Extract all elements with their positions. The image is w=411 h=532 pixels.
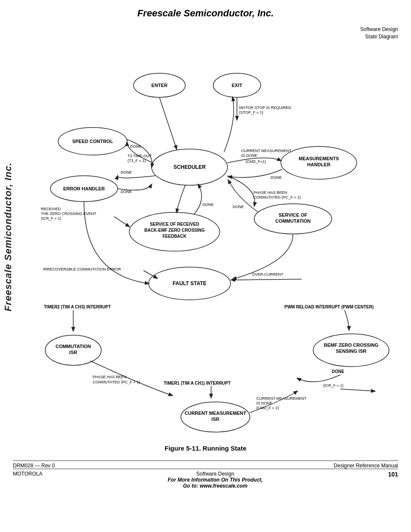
meas-handler-label2: HANDLER bbox=[307, 162, 330, 167]
done-soc-label: DONE bbox=[233, 205, 244, 209]
svc-zero-label2: BACK-EMF ZERO CROSSING bbox=[144, 228, 205, 233]
meas-handler-label: MEASUREMENTS bbox=[299, 156, 339, 161]
footer-bottom-left: MOTOROLA bbox=[13, 471, 42, 477]
svc-comm-label2: COMMUTATION bbox=[275, 218, 311, 224]
svc-zero-label3: FEEDBACK bbox=[162, 234, 187, 239]
done-bemf-label: DONE bbox=[332, 369, 344, 374]
done-mh-label: DONE bbox=[271, 175, 282, 180]
page-title: Freescale Semiconductor, Inc. bbox=[0, 8, 411, 19]
footer-center: Software Design For More Information On … bbox=[168, 471, 263, 489]
svg-line-9 bbox=[159, 97, 177, 149]
done-sch-err: DONE bbox=[121, 170, 132, 174]
sidebar: Freescale Semiconductor, Inc. bbox=[0, 0, 16, 474]
header: Freescale Semiconductor, Inc. bbox=[0, 0, 411, 21]
fault-state-label: FAULT STATE bbox=[173, 280, 207, 286]
curr-meas-done-label: CURRENT MEASUREMENT bbox=[241, 149, 292, 153]
curr-done2-label3: (CMD_F = 1) bbox=[256, 406, 279, 410]
motor-stop-label: MOTOR STOP IS REQUIRED bbox=[239, 106, 292, 110]
phase-comm-label: PHASE HAS BEEN bbox=[253, 190, 287, 195]
curr-meas-isr-label: CURRENT MEASUREMENT bbox=[185, 411, 246, 416]
figure-caption: Figure 5-11. Running State bbox=[0, 445, 411, 456]
footer-bottom: MOTOROLA Software Design For More Inform… bbox=[13, 469, 398, 489]
curr-done2-label: CURRENT MEASUREMENT bbox=[256, 396, 307, 401]
curr-meas-isr-label2: ISR bbox=[212, 417, 219, 422]
footer-center-line3: Go to: www.freescale.com bbox=[168, 483, 263, 489]
phase-comm2-label2: COMMUTATED (PC_F = 1) bbox=[93, 380, 140, 384]
footer-top: DRM028 — Rev 0 Designer Reference Manual bbox=[13, 460, 398, 469]
recv-zero-label2: THE ZERO CROSSING EVENT bbox=[41, 212, 97, 216]
motor-stop-label2: (STOP_F = 1) bbox=[239, 110, 263, 115]
recv-zero-label: RECEIVED bbox=[41, 207, 61, 211]
footer-center-line2: For More Information On This Product, bbox=[168, 477, 263, 483]
error-handler-label: ERROR HANDLER bbox=[63, 186, 105, 191]
done-err-sch: DONE bbox=[121, 190, 132, 194]
comm-isr-label: COMMUTATION bbox=[56, 344, 91, 349]
pwm-reload-label: PWM RELOAD INTERRUPT (PWM CENTER) bbox=[284, 305, 374, 309]
irrecoverable-label: IRRECOVERABLE COMMUTATION ERROR bbox=[43, 267, 121, 271]
footer-center-line1: Software Design bbox=[168, 471, 263, 477]
footer-right: Designer Reference Manual bbox=[334, 463, 398, 469]
diagram-area: ENTER EXIT SCHEDULER SPEED CONTROL ERROR… bbox=[17, 21, 405, 443]
sidebar-text: Freescale Semiconductor, Inc. bbox=[3, 162, 14, 311]
enter-label: ENTER bbox=[151, 83, 167, 88]
bemf-isr-label2: SENSING ISR bbox=[336, 348, 367, 354]
curr-done2-label2: IS DONE bbox=[256, 401, 272, 405]
footer-left: DRM028 — Rev 0 bbox=[13, 463, 55, 469]
bemf-isr-label: BEMF ZERO CROSSING bbox=[324, 342, 379, 348]
timer1-label: TIMER1 (TIM A CH1) INTERRUPT bbox=[164, 381, 230, 386]
svg-line-18 bbox=[340, 389, 375, 391]
curr-meas-done-label2: IS DONE bbox=[241, 153, 257, 158]
comm-isr-label2: ISR bbox=[69, 350, 77, 355]
exit-label: EXIT bbox=[232, 83, 243, 88]
t3-timeout-label: T3 TIME-OUT bbox=[128, 154, 152, 158]
t3-timeout-label2: (T3_F = 1) bbox=[128, 159, 146, 163]
state-diagram: ENTER EXIT SCHEDULER SPEED CONTROL ERROR… bbox=[17, 21, 405, 443]
over-current-label: OVER-CURRENT bbox=[252, 272, 283, 277]
page: Freescale Semiconductor, Inc. Freescale … bbox=[0, 0, 411, 532]
phase-comm-label2: COMMUTATED (PC_F = 1) bbox=[253, 195, 301, 199]
figure-caption-text: Figure 5-11. Running State bbox=[165, 445, 246, 452]
footer-bottom-right: 101 bbox=[388, 471, 398, 478]
svg-line-13 bbox=[231, 279, 302, 280]
done-sr-label: DONE bbox=[202, 202, 214, 207]
svc-zero-label1: SERVICE OF RECEIVED bbox=[150, 222, 199, 227]
svg-line-11 bbox=[114, 217, 129, 227]
svc-comm-label: SERVICE OF bbox=[279, 212, 308, 218]
icr-f1-label: (ICR_F = 1) bbox=[323, 383, 343, 388]
cmd-f1-label: (CMD_F=1) bbox=[246, 159, 266, 164]
done-sc-label: DONE bbox=[130, 144, 141, 149]
phase-comm2-label: PHASE HAS BEEN bbox=[93, 375, 127, 379]
speed-control-label: SPEED CONTROL bbox=[72, 139, 113, 144]
recv-zero-label3: (ICR_F = 1) bbox=[41, 216, 61, 221]
timer2-label: TIMER2 (TIM A CH3) INTERRUPT bbox=[44, 305, 111, 309]
scheduler-label: SCHEDULER bbox=[174, 164, 206, 170]
